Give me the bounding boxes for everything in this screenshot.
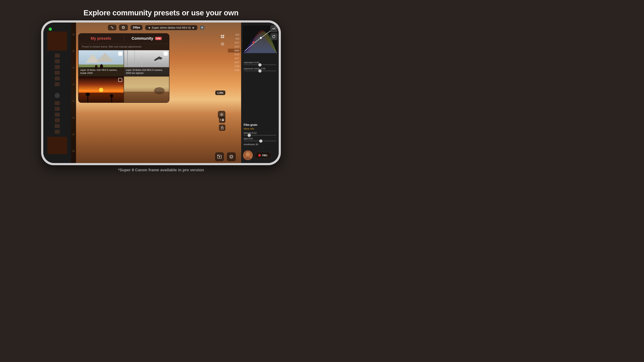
film-hole	[55, 76, 60, 80]
svg-rect-34	[223, 37, 224, 38]
focus-lock-button[interactable]	[219, 124, 226, 131]
svg-point-58	[246, 152, 250, 156]
preset-item-1[interactable]: super 16 Bolex H16 REX-5 camera, kodak 2…	[78, 50, 124, 76]
right-panel: saturation 0.00 exposure comp. 0.00 Film…	[241, 22, 279, 163]
preset-label-2: super 16 Bolex H16 REX-5 camera, 250D bw…	[124, 67, 169, 76]
waveform-button[interactable]	[270, 25, 277, 32]
film-hole	[55, 82, 60, 86]
presets-subtitle: Preset is chosen frame, filter and manua…	[78, 44, 170, 50]
cam-film-hole	[72, 67, 74, 69]
amount-slider[interactable]	[244, 135, 276, 135]
record-button[interactable]: rec.	[254, 152, 272, 159]
audio-icon	[54, 93, 60, 98]
film-hole	[55, 101, 60, 105]
smoothness-label: smothness 30	[244, 143, 276, 146]
presets-tabs: My presets Community new	[78, 33, 170, 44]
film-hole	[55, 113, 60, 117]
svg-point-44	[221, 114, 222, 115]
svg-line-42	[224, 43, 224, 43]
size-thumb	[259, 139, 262, 143]
size-row: size 0.51	[244, 137, 276, 141]
brightness-btn[interactable]	[219, 41, 226, 47]
fps-selector[interactable]: 24fps	[130, 25, 142, 30]
flash-off-button[interactable]	[108, 25, 116, 30]
reset-button[interactable]	[270, 33, 277, 40]
exposure-thumb	[258, 69, 262, 73]
svg-rect-32	[223, 35, 224, 36]
film-type-f200-2[interactable]: F200	[228, 68, 240, 72]
size-slider[interactable]	[244, 141, 276, 141]
film-type-50d-1[interactable]: 50D	[228, 33, 240, 37]
svg-marker-4	[112, 26, 113, 29]
preset-label-1: super 16 Bolex H16 REX-5 camera, kodak 2…	[78, 67, 124, 76]
overlay-controls	[219, 33, 226, 47]
preset-selected-2	[164, 52, 168, 56]
n-badge: N	[200, 25, 204, 29]
tab-community-label: Community	[132, 36, 153, 41]
preset-selected-3	[118, 78, 122, 82]
svg-point-25	[86, 93, 90, 96]
cam-film-hole	[72, 117, 74, 119]
photo-capture-button[interactable]	[227, 152, 236, 161]
svg-point-30	[154, 87, 164, 94]
film-type-250d-1[interactable]: 250D	[228, 49, 240, 52]
svg-line-43	[221, 45, 222, 45]
film-strip-left	[43, 22, 71, 163]
camera-flip-button[interactable]	[119, 24, 128, 30]
tab-my-presets[interactable]: My presets	[78, 33, 124, 44]
cam-film-hole	[72, 134, 74, 135]
bottom-footnote: *Super 8 Canon frame available in pro ve…	[118, 168, 204, 172]
film-type-500t-2[interactable]: 500T	[228, 60, 240, 64]
svg-rect-31	[221, 35, 222, 36]
svg-marker-57	[274, 35, 275, 37]
more-info-link[interactable]: More info	[244, 127, 276, 130]
lens-selector[interactable]: ◄ Super 16mm (Bolex H16 REX-5) ►	[145, 25, 198, 30]
amount-thumb	[248, 134, 251, 137]
svg-point-52	[230, 156, 232, 158]
phone-screen: 24fps ◄ Super 16mm (Bolex H16 REX-5) ► N…	[43, 22, 279, 163]
film-holes-1	[55, 53, 60, 87]
add-clip-button[interactable]	[215, 152, 224, 161]
exposure-lock-button[interactable]: E	[219, 117, 226, 123]
new-badge: new	[155, 37, 162, 40]
film-type-200t-2[interactable]: 200T	[228, 45, 240, 49]
film-hole	[55, 54, 60, 57]
right-panel-bottom: rec.	[241, 149, 279, 162]
svg-rect-23	[78, 93, 124, 102]
amount-row: amount 0.12	[244, 132, 276, 135]
status-dot	[49, 27, 52, 31]
exposure-slider[interactable]	[244, 71, 276, 71]
film-type-50d-2[interactable]: 50D	[228, 37, 240, 41]
film-type-200t-1[interactable]: 200T	[228, 41, 240, 45]
lock-icons: E	[219, 117, 226, 131]
film-type-250d-2[interactable]: 250D	[228, 52, 240, 56]
saturation-slider[interactable]	[244, 64, 276, 65]
film-hole	[55, 71, 60, 75]
svg-line-40	[221, 43, 222, 43]
cam-film-hole	[72, 100, 74, 102]
svg-point-59	[244, 157, 251, 160]
film-type-500t-1[interactable]: 500T	[228, 56, 240, 60]
grid-btn[interactable]	[219, 33, 226, 40]
preset-thumb-4	[124, 76, 169, 102]
svg-rect-45	[222, 120, 224, 121]
film-holes-2	[55, 101, 60, 134]
svg-point-2	[57, 95, 58, 96]
tab-community[interactable]: Community new	[124, 33, 170, 44]
film-type-bar: 50D 50D 200T 200T 250D 250D 500T 500T F2…	[228, 33, 240, 72]
svg-rect-46	[221, 127, 223, 129]
svg-point-6	[123, 27, 124, 28]
film-type-f200-1[interactable]: F200	[228, 64, 240, 68]
saturation-thumb	[258, 63, 262, 66]
cam-film-hole	[72, 50, 74, 52]
preset-item-2[interactable]: super 16 Bolex H16 REX-5 camera, 250D bw…	[124, 50, 169, 76]
preset-item-3[interactable]	[78, 76, 124, 102]
film-hole	[55, 107, 60, 111]
film-hole	[55, 118, 60, 122]
svg-line-41	[224, 45, 224, 45]
adjustments-section: saturation 0.00 exposure comp. 0.00	[241, 60, 279, 122]
svg-point-55	[252, 41, 254, 43]
lens-prev-icon: ◄	[148, 26, 150, 29]
preset-item-4[interactable]	[124, 76, 169, 102]
phone-frame: 24fps ◄ Super 16mm (Bolex H16 REX-5) ► N…	[41, 20, 281, 165]
